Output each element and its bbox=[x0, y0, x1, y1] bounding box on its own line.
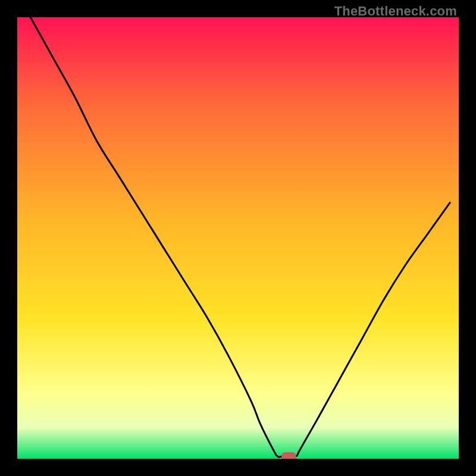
gradient-background bbox=[17, 17, 459, 459]
optimal-marker bbox=[281, 453, 296, 459]
plot-area bbox=[17, 17, 459, 459]
chart-svg bbox=[17, 17, 459, 459]
chart-frame: TheBottleneck.com bbox=[0, 0, 476, 476]
